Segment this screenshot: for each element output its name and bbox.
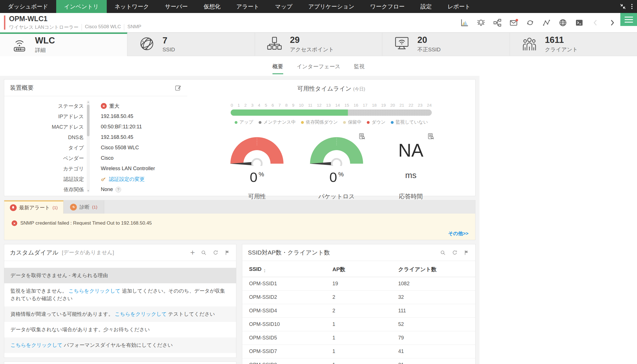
nav-server[interactable]: サーバー	[157, 0, 196, 13]
category-value: Wireless LAN Controller	[84, 166, 155, 172]
more-menu-icon[interactable]	[631, 4, 632, 9]
mail-icon[interactable]	[509, 18, 518, 27]
diagnostics-count: (1)	[92, 205, 97, 209]
sort-icon[interactable]: ▲▼	[263, 269, 266, 273]
tab-diagnostics[interactable]: 診断 (1)	[64, 200, 104, 214]
dial-reason-row: 資格情報が間違っている可能性があります。 こちらをクリックして テストしてくださ…	[4, 306, 236, 322]
tab-label: アクセスポイント	[290, 46, 334, 53]
table-row[interactable]: OPM-SSID5179	[242, 331, 475, 345]
subtab-overview[interactable]: 概要	[272, 63, 283, 74]
refresh-icon[interactable]	[452, 250, 458, 256]
nav-virtualization[interactable]: 仮想化	[196, 0, 228, 13]
table-row[interactable]: OPM-SSID9121	[242, 358, 475, 364]
prev-arrow-icon[interactable]	[591, 18, 600, 27]
tab-count: 29	[290, 36, 334, 44]
nav-maps[interactable]: マップ	[267, 0, 300, 13]
workflow-icon[interactable]	[493, 18, 502, 27]
compress-icon[interactable]	[619, 3, 626, 10]
more-alerts-link[interactable]: その他>>	[448, 230, 468, 237]
line-graph-icon[interactable]	[542, 18, 551, 27]
refresh-icon[interactable]	[213, 250, 219, 256]
search-icon[interactable]	[440, 250, 446, 256]
flag-icon[interactable]	[224, 250, 230, 256]
device-subtitle: ワイヤレス LANコントローラー Cisco 5508 WLC SNMP	[9, 24, 144, 30]
nav-applications[interactable]: アプリケーション	[300, 0, 362, 13]
timeline-bar[interactable]	[231, 109, 432, 116]
availability-section: 可用性タイムライン (今日) 0123456789101112131415161…	[187, 80, 475, 196]
availability-title: 可用性タイムライン (今日)	[187, 85, 475, 93]
performance-chart-icon[interactable]	[460, 18, 469, 27]
flag-icon[interactable]	[464, 250, 470, 256]
dependency-value: None	[101, 187, 113, 192]
click-here-link[interactable]: こちらをクリックして	[115, 311, 167, 317]
subtab-interfaces[interactable]: インターフェース	[297, 63, 341, 73]
nav-reports[interactable]: レポート	[440, 0, 478, 13]
terminal-icon[interactable]	[575, 18, 584, 27]
table-row[interactable]: OPM-SSID1191082	[242, 277, 475, 291]
custom-fields-panel: カスタムフィールド ? + フィールド名 値	[4, 361, 236, 364]
response-time-gauge: NA ms 応答時間	[383, 134, 439, 200]
dial-reason-row: データが収集されない場合があります。少々お待ちください	[4, 322, 236, 337]
custom-dial-empty-note: [データがありません]	[62, 249, 114, 256]
alarm-icon[interactable]	[477, 18, 485, 27]
timeline-legend: アップ メンテナンス中 依存関係ダウン 保留中 ダウン 監視していない	[231, 119, 432, 125]
critical-status-icon: ×	[101, 103, 107, 109]
subtab-monitors[interactable]: 監視	[354, 63, 365, 73]
dial-reason-header: データを取得できません - 考えられる理由	[4, 268, 236, 283]
tab-rogue-ssid[interactable]: 20 不正SSID	[382, 32, 510, 56]
wlc-icon	[11, 36, 28, 54]
ssid-column-header[interactable]: SSID▲▼	[249, 266, 332, 273]
next-arrow-icon[interactable]	[608, 18, 616, 27]
tab-clients[interactable]: 1611 クライアント	[510, 32, 637, 56]
tab-access-points[interactable]: 29 アクセスポイント	[255, 32, 382, 56]
tab-latest-alerts[interactable]: 最新アラート (1)	[4, 200, 64, 214]
response-time-unit: ms	[383, 170, 439, 180]
nav-alerts[interactable]: アラート	[228, 0, 267, 13]
table-row[interactable]: OPM-SSID42111	[242, 304, 475, 318]
sync-icon[interactable]	[526, 18, 535, 27]
device-name: OPM-WLC1	[9, 15, 144, 23]
overview-subtabs: 概要 インターフェース 監視	[0, 56, 637, 76]
search-icon[interactable]	[201, 250, 207, 256]
report-icon[interactable]	[358, 133, 366, 140]
click-here-link[interactable]: こちらをクリックして	[69, 288, 121, 294]
availability-period: (今日)	[353, 87, 365, 91]
menu-button[interactable]	[620, 13, 637, 26]
report-icon[interactable]	[427, 133, 435, 140]
summary-row-credentials: 認証設定 認証設定の変更	[4, 174, 187, 184]
nav-inventory[interactable]: インベントリ	[56, 0, 107, 13]
packet-loss-gauge: 0% パケットロス	[303, 134, 370, 200]
tab-wlc-details[interactable]: WLC 詳細	[0, 32, 127, 56]
device-model: Cisco 5508 WLC	[82, 24, 124, 30]
mac-value: 00:50:BF:11:20:11	[84, 124, 142, 130]
help-icon[interactable]: ?	[115, 187, 121, 192]
packet-loss-value: 0	[330, 170, 337, 185]
globe-icon[interactable]	[559, 18, 567, 27]
top-nav: ダッシュボード インベントリ ネットワーク サーバー 仮想化 アラート マップ …	[0, 0, 637, 13]
alert-message: SNMP credential failed : Request Timed O…	[20, 220, 152, 226]
add-icon[interactable]: +	[190, 250, 195, 255]
device-tab-cards: WLC 詳細 7 SSID	[0, 32, 637, 56]
nav-workflow[interactable]: ワークフロー	[362, 0, 413, 13]
change-credentials-link[interactable]: 認証設定の変更	[109, 176, 145, 183]
edit-icon[interactable]	[174, 84, 182, 91]
type-value: Cisco 5508 WLC	[84, 145, 139, 151]
summary-scrollbar[interactable]: ▲ ▼	[87, 100, 90, 192]
alert-bell-icon	[10, 204, 17, 211]
scroll-down-icon[interactable]: ▼	[87, 189, 90, 192]
ap-count-column-header[interactable]: AP数	[332, 266, 398, 273]
main-content: 装置概要 ステータス ×重大 IPアドレス 192.168.50.45	[0, 76, 479, 364]
client-count-column-header[interactable]: クライアント数	[398, 266, 468, 273]
tab-ssid[interactable]: 7 SSID	[127, 32, 255, 56]
status-value: 重大	[109, 103, 119, 109]
scroll-up-icon[interactable]: ▲	[87, 100, 90, 103]
table-row[interactable]: OPM-SSID7141	[242, 345, 475, 358]
table-row[interactable]: OPM-SSID2232	[242, 291, 475, 304]
tab-label: クライアント	[545, 46, 578, 53]
nav-dashboard[interactable]: ダッシュボード	[0, 0, 56, 13]
click-here-link[interactable]: こちらをクリックして	[10, 342, 62, 348]
nav-settings[interactable]: 設定	[413, 0, 440, 13]
nav-network[interactable]: ネットワーク	[107, 0, 157, 13]
table-row[interactable]: OPM-SSID10152	[242, 318, 475, 331]
ssid-table-title: SSID対AP数・クライアント数	[248, 249, 330, 256]
